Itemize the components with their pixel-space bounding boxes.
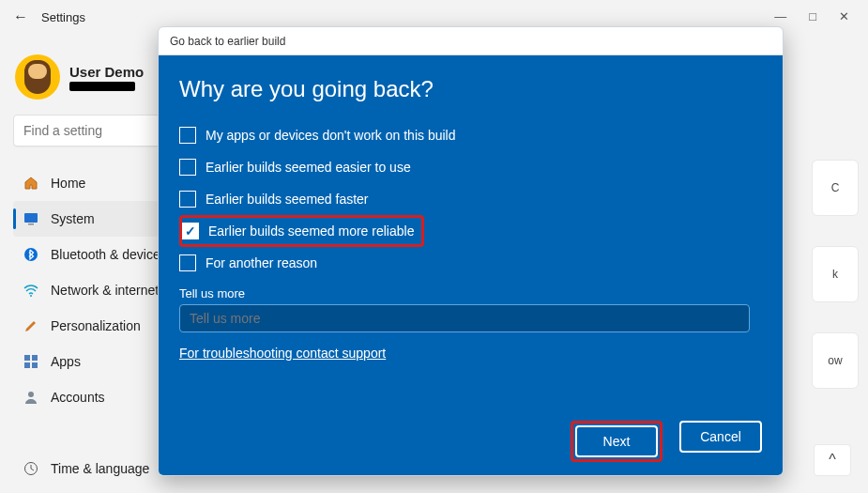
next-button[interactable]: Next (575, 425, 658, 457)
rollback-dialog: Go back to earlier build Why are you goi… (158, 26, 784, 476)
bluetooth-icon (23, 246, 39, 263)
nav-label: System (51, 211, 95, 226)
checkbox-easier[interactable] (179, 159, 196, 176)
nav-label: Bluetooth & devices (51, 247, 167, 262)
panel-fragment-k[interactable]: k (812, 246, 859, 302)
option-label: Earlier builds seemed easier to use (206, 160, 411, 175)
dialog-title-bar: Go back to earlier build (159, 27, 783, 55)
nav-label: Network & internet (51, 283, 159, 298)
highlight-box: Next (571, 421, 662, 462)
option-label: Earlier builds seemed more reliable (208, 223, 414, 239)
checkbox-apps-devices[interactable] (179, 127, 196, 144)
chevron-up-button[interactable]: ^ (814, 444, 851, 476)
option-label: My apps or devices don't work on this bu… (206, 128, 455, 143)
back-icon[interactable]: ← (13, 8, 28, 25)
svg-rect-1 (28, 223, 34, 225)
panel-fragment-ow[interactable]: ow (812, 332, 859, 389)
apps-icon (23, 353, 39, 370)
person-icon (23, 389, 39, 406)
support-link[interactable]: For troubleshooting contact support (179, 346, 762, 361)
tellmore-label: Tell us more (179, 286, 762, 300)
option-label: Earlier builds seemed faster (206, 192, 369, 207)
svg-rect-7 (32, 362, 38, 368)
checkbox-reliable[interactable]: ✓ (182, 223, 199, 239)
nav-label: Personalization (51, 318, 141, 333)
nav-label: Home (51, 176, 85, 191)
nav-label: Apps (51, 354, 81, 369)
nav-label: Time & language (51, 461, 149, 476)
tellmore-input[interactable] (179, 304, 750, 332)
brush-icon (23, 317, 39, 334)
system-icon (23, 210, 39, 227)
svg-rect-5 (32, 355, 38, 361)
window-title: Settings (41, 10, 85, 24)
avatar (15, 54, 60, 100)
svg-rect-0 (24, 213, 38, 223)
cancel-button[interactable]: Cancel (679, 421, 762, 453)
nav-label: Accounts (51, 390, 105, 405)
svg-point-8 (28, 392, 34, 397)
dialog-head-text: Go back to earlier build (170, 35, 285, 48)
svg-point-3 (30, 295, 32, 297)
close-icon[interactable]: ✕ (839, 9, 849, 23)
wifi-icon (23, 282, 39, 299)
minimize-icon[interactable]: — (774, 9, 786, 23)
maximize-icon[interactable]: □ (809, 9, 816, 23)
highlight-box: ✓ Earlier builds seemed more reliable (179, 215, 424, 247)
user-email-redacted (69, 82, 135, 91)
sidebar-item-time[interactable]: Time & language (13, 451, 159, 486)
clock-icon (23, 460, 39, 477)
option-label: For another reason (206, 255, 317, 270)
user-name: User Demo (69, 64, 144, 80)
panel-fragment-c[interactable]: C (812, 160, 859, 216)
checkbox-faster[interactable] (179, 191, 196, 208)
svg-rect-6 (24, 362, 30, 368)
checkbox-another[interactable] (179, 254, 196, 271)
svg-rect-4 (24, 355, 30, 361)
home-icon (23, 175, 39, 192)
dialog-heading: Why are you going back? (179, 76, 762, 102)
